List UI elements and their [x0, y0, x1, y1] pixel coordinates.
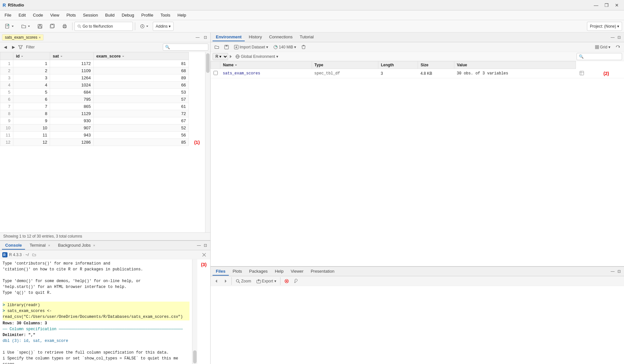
- console-panel: Console Terminal × Background Jobs × — ⊡…: [0, 240, 210, 364]
- data-scroll-area[interactable]: id sat exam_score: [0, 52, 189, 232]
- tab-presentation[interactable]: Presentation: [307, 267, 338, 276]
- tab-plots[interactable]: Plots: [229, 267, 245, 276]
- files-back-button[interactable]: [213, 278, 220, 285]
- refresh-env-button[interactable]: [614, 44, 622, 51]
- tab-viewer[interactable]: Viewer: [287, 267, 307, 276]
- terminal-close[interactable]: ×: [48, 243, 50, 247]
- annotation-3-area: (3): [197, 259, 210, 364]
- col-header-exam-score[interactable]: exam_score: [94, 52, 189, 60]
- save-env-button[interactable]: [222, 44, 231, 51]
- global-env-button[interactable]: Global Environment ▾: [233, 53, 280, 60]
- data-scrollbar-thumb[interactable]: [206, 53, 210, 73]
- data-scrollbar[interactable]: [205, 52, 210, 232]
- console-maximize-button[interactable]: ⊡: [202, 242, 208, 248]
- console-scrollbar-thumb[interactable]: [193, 350, 197, 363]
- memory-button[interactable]: 140 MiB ▾: [271, 44, 298, 51]
- data-minimize-button[interactable]: —: [195, 34, 201, 40]
- env-col-type[interactable]: Type: [312, 61, 378, 69]
- menu-tools[interactable]: Tools: [157, 11, 174, 19]
- env-search-input[interactable]: [577, 53, 622, 60]
- env-col-size[interactable]: Size: [418, 61, 454, 69]
- env-col-name[interactable]: Name: [220, 61, 312, 69]
- new-file-button[interactable]: [2, 22, 17, 31]
- console-dir-button[interactable]: [30, 251, 38, 258]
- data-tab-close[interactable]: ×: [39, 35, 41, 39]
- env-row-sats[interactable]: sats_exam_scores spec_tbl_df 3 4.8 KB 30…: [211, 69, 624, 78]
- menu-help[interactable]: Help: [174, 11, 189, 19]
- tab-terminal[interactable]: Terminal ×: [26, 241, 53, 250]
- console-info-2: i Specify the column types or set `show_…: [3, 356, 178, 361]
- open-env-button[interactable]: [213, 44, 221, 51]
- console-minimize-button[interactable]: —: [196, 242, 202, 248]
- bg-jobs-close[interactable]: ×: [93, 243, 95, 247]
- import-dataset-button[interactable]: Import Dataset ▾: [232, 44, 270, 51]
- save-all-button[interactable]: [47, 22, 58, 31]
- app-title: RStudio: [8, 3, 24, 7]
- data-search-input[interactable]: [163, 44, 208, 51]
- env-col-length[interactable]: Length: [378, 61, 418, 69]
- clear-console-button[interactable]: [200, 251, 208, 258]
- env-col-value[interactable]: Value: [454, 61, 576, 69]
- menu-code[interactable]: Code: [30, 11, 46, 19]
- tab-background-jobs[interactable]: Background Jobs ×: [55, 241, 98, 250]
- data-back-button[interactable]: ◀: [2, 44, 9, 51]
- tab-tutorial[interactable]: Tutorial: [296, 33, 317, 41]
- env-row-checkbox[interactable]: [214, 71, 218, 75]
- cell-exam-score: 81: [94, 60, 189, 67]
- env-name-cell: sats_exam_scores: [220, 69, 312, 78]
- tab-help[interactable]: Help: [272, 267, 287, 276]
- menu-profile[interactable]: Profile: [138, 11, 157, 19]
- export-button[interactable]: Export ▾: [254, 278, 278, 285]
- svg-marker-33: [235, 47, 237, 48]
- minimize-button[interactable]: —: [592, 2, 601, 9]
- left-panel: sats_exam_scores × — ⊡ ◀ ▶ Filter: [0, 32, 211, 364]
- col-header-id[interactable]: id: [13, 52, 50, 60]
- env-view-button[interactable]: [578, 70, 585, 77]
- data-forward-button[interactable]: ▶: [10, 44, 17, 51]
- menu-build[interactable]: Build: [102, 11, 118, 19]
- project-button[interactable]: Project: (None) ▾: [587, 22, 622, 31]
- tab-files[interactable]: Files: [213, 267, 229, 276]
- clear-env-button[interactable]: [299, 44, 308, 51]
- menu-debug[interactable]: Debug: [118, 11, 137, 19]
- env-checkbox-cell[interactable]: [211, 69, 220, 78]
- tab-packages[interactable]: Packages: [246, 267, 271, 276]
- menu-file[interactable]: File: [1, 11, 15, 19]
- tab-environment[interactable]: Environment: [213, 33, 245, 41]
- svg-marker-4: [12, 26, 14, 27]
- env-minimize-button[interactable]: —: [610, 34, 616, 40]
- grid-view-button[interactable]: Grid ▾: [593, 44, 612, 51]
- env-maximize-button[interactable]: ⊡: [616, 34, 622, 40]
- maximize-button[interactable]: ❐: [602, 2, 611, 9]
- open-file-button[interactable]: [18, 22, 33, 31]
- tab-connections[interactable]: Connections: [266, 33, 296, 41]
- tab-console[interactable]: Console: [2, 241, 25, 250]
- code-tools-button[interactable]: [137, 22, 151, 31]
- data-maximize-button[interactable]: ⊡: [202, 34, 208, 40]
- env-table-container[interactable]: Name Type Length Size Value sats_ex: [211, 61, 624, 266]
- menu-edit[interactable]: Edit: [15, 11, 29, 19]
- data-tab[interactable]: sats_exam_scores ×: [2, 34, 44, 41]
- data-tab-label: sats_exam_scores: [5, 35, 37, 40]
- close-button[interactable]: ✕: [612, 2, 621, 9]
- print-button[interactable]: [59, 22, 70, 31]
- console-scrollbar[interactable]: [192, 259, 197, 364]
- menu-session[interactable]: Session: [80, 11, 101, 19]
- r-language-select[interactable]: R ▾: [213, 53, 228, 60]
- files-maximize-button[interactable]: ⊡: [616, 268, 622, 274]
- filter-button[interactable]: Filter: [24, 44, 37, 51]
- col-header-sat[interactable]: sat: [50, 52, 94, 60]
- table-row: 2 2 1109 68: [0, 67, 189, 74]
- menu-view[interactable]: View: [47, 11, 62, 19]
- tab-history[interactable]: History: [245, 33, 265, 41]
- console-body[interactable]: Type 'contributors()' for more informati…: [0, 259, 192, 364]
- menu-plots[interactable]: Plots: [63, 11, 79, 19]
- save-button[interactable]: [34, 22, 46, 31]
- zoom-button[interactable]: Zoom: [234, 278, 253, 285]
- files-minimize-button[interactable]: —: [610, 268, 616, 274]
- delete-plot-button[interactable]: [282, 278, 291, 285]
- refresh-plot-button[interactable]: [292, 278, 301, 285]
- addins-button[interactable]: Addins ▾: [153, 22, 174, 31]
- go-to-file-button[interactable]: Go to file/function: [74, 22, 133, 31]
- files-forward-button[interactable]: [222, 278, 229, 285]
